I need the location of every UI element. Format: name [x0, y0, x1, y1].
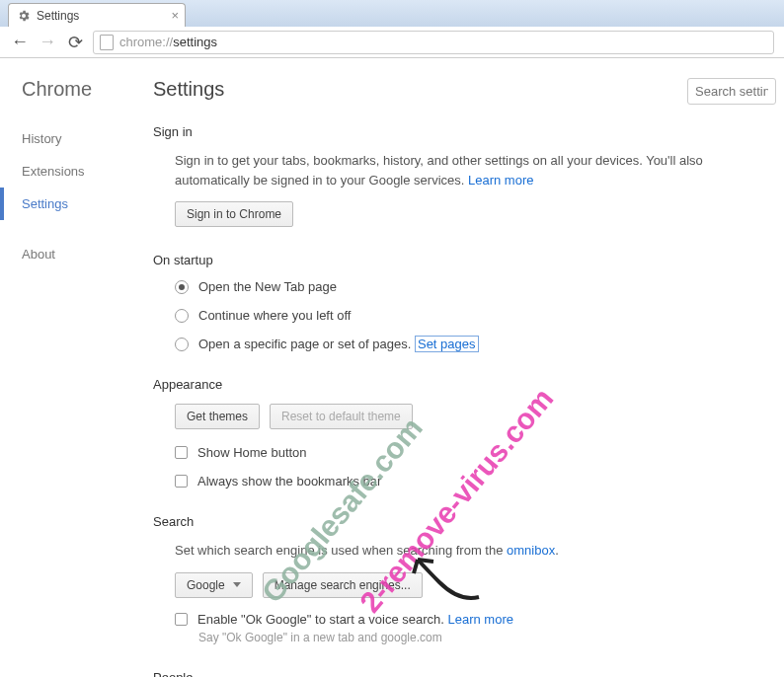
search-input[interactable]	[687, 78, 776, 105]
learn-more-link[interactable]: Learn more	[447, 612, 512, 627]
option-label: Open the New Tab page	[198, 279, 337, 294]
address-bar[interactable]: chrome://settings	[93, 31, 774, 54]
startup-option-continue[interactable]: Continue where you left off	[175, 308, 764, 323]
page-title: Settings	[153, 78, 224, 101]
checkbox-label: Show Home button	[197, 445, 307, 460]
sidebar-item-history[interactable]: History	[22, 122, 148, 155]
close-icon[interactable]: ×	[171, 8, 179, 23]
sidebar-item-extensions[interactable]: Extensions	[22, 155, 148, 188]
search-settings	[687, 78, 776, 105]
checkbox-icon	[175, 613, 188, 626]
set-pages-link[interactable]: Set pages	[415, 336, 479, 352]
reload-button[interactable]: ⟳	[65, 32, 85, 53]
manage-search-engines-button[interactable]: Manage search engines...	[263, 572, 423, 598]
section-heading: Sign in	[153, 124, 764, 139]
radio-icon	[175, 280, 189, 294]
sidebar-item-about[interactable]: About	[22, 238, 148, 270]
section-appearance: Appearance Get themes Reset to default t…	[153, 377, 784, 489]
browser-tab-bar: Settings ×	[0, 0, 784, 27]
brand-title: Chrome	[22, 78, 148, 101]
sidebar: Chrome History Extensions Settings About	[0, 58, 148, 677]
browser-tab-settings[interactable]: Settings ×	[8, 3, 186, 27]
search-description: Set which search engine is used when sea…	[175, 541, 764, 561]
forward-button[interactable]: →	[38, 32, 57, 52]
ok-google-checkbox[interactable]: Enable "Ok Google" to start a voice sear…	[175, 612, 764, 627]
page-icon	[100, 35, 114, 50]
show-home-checkbox[interactable]: Show Home button	[175, 445, 764, 460]
url-path: settings	[173, 35, 217, 49]
section-heading: Search	[153, 514, 764, 529]
signin-button[interactable]: Sign in to Chrome	[175, 201, 293, 227]
option-label: Continue where you left off	[198, 308, 351, 323]
reset-theme-button[interactable]: Reset to default theme	[270, 404, 413, 429]
content-area: Chrome History Extensions Settings About…	[0, 58, 784, 677]
ok-google-hint: Say "Ok Google" in a new tab and google.…	[175, 631, 764, 644]
sidebar-item-settings[interactable]: Settings	[0, 188, 148, 220]
checkbox-icon	[175, 475, 188, 488]
gear-icon	[17, 9, 31, 23]
section-people: People	[153, 670, 784, 678]
checkbox-icon	[175, 446, 188, 459]
section-heading: People	[153, 670, 764, 678]
get-themes-button[interactable]: Get themes	[175, 404, 260, 429]
main-panel: Settings Sign in Sign in to get your tab…	[148, 58, 784, 677]
url-prefix: chrome://	[119, 35, 173, 49]
radio-icon	[175, 309, 189, 323]
option-label: Open a specific page or set of pages. Se…	[198, 337, 479, 351]
always-bookmarks-checkbox[interactable]: Always show the bookmarks bar	[175, 474, 764, 489]
signin-description: Sign in to get your tabs, bookmarks, his…	[175, 151, 764, 189]
startup-option-specific[interactable]: Open a specific page or set of pages. Se…	[175, 337, 764, 351]
section-search: Search Set which search engine is used w…	[153, 514, 784, 644]
select-value: Google	[187, 578, 225, 592]
checkbox-label: Enable "Ok Google" to start a voice sear…	[197, 612, 513, 627]
search-engine-select[interactable]: Google	[175, 572, 253, 598]
section-heading: On startup	[153, 253, 764, 267]
startup-option-newtab[interactable]: Open the New Tab page	[175, 279, 764, 294]
omnibox-link[interactable]: omnibox	[507, 543, 555, 558]
section-heading: Appearance	[153, 377, 764, 392]
checkbox-label: Always show the bookmarks bar	[197, 474, 381, 489]
section-signin: Sign in Sign in to get your tabs, bookma…	[153, 124, 784, 227]
section-startup: On startup Open the New Tab page Continu…	[153, 253, 784, 351]
tab-title: Settings	[37, 9, 79, 23]
back-button[interactable]: ←	[10, 32, 30, 52]
browser-toolbar: ← → ⟳ chrome://settings	[0, 27, 784, 58]
radio-icon	[175, 338, 189, 351]
chevron-down-icon	[233, 582, 241, 587]
learn-more-link[interactable]: Learn more	[468, 173, 533, 188]
